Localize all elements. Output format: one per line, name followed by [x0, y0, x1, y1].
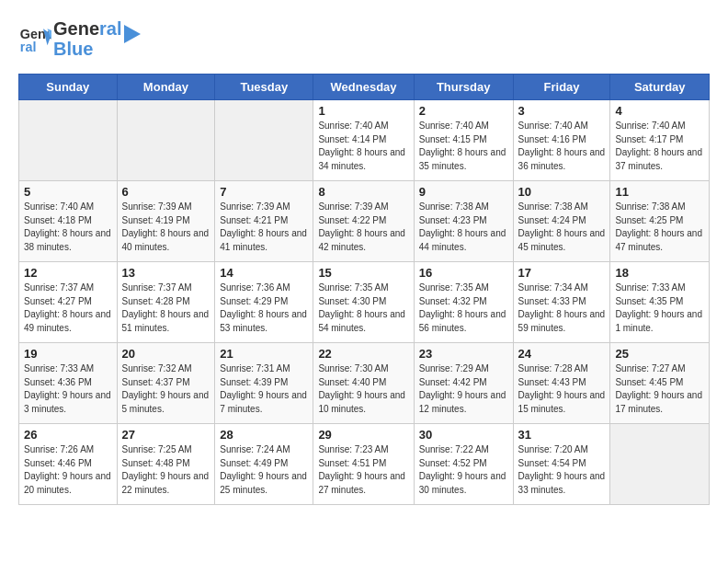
- day-number: 21: [220, 347, 308, 361]
- day-cell: 30Sunrise: 7:22 AM Sunset: 4:52 PM Dayli…: [414, 424, 513, 505]
- day-info: Sunrise: 7:20 AM Sunset: 4:54 PM Dayligh…: [518, 443, 606, 497]
- day-cell: 18Sunrise: 7:33 AM Sunset: 4:35 PM Dayli…: [610, 262, 710, 343]
- day-number: 2: [419, 104, 508, 118]
- day-number: 18: [615, 266, 704, 280]
- day-info: Sunrise: 7:37 AM Sunset: 4:28 PM Dayligh…: [122, 282, 210, 335]
- day-number: 26: [24, 428, 112, 442]
- weekday-header-tuesday: Tuesday: [215, 75, 313, 100]
- day-cell: 19Sunrise: 7:33 AM Sunset: 4:36 PM Dayli…: [19, 343, 118, 424]
- day-info: Sunrise: 7:30 AM Sunset: 4:40 PM Dayligh…: [318, 362, 408, 416]
- day-cell: 9Sunrise: 7:38 AM Sunset: 4:23 PM Daylig…: [414, 181, 513, 262]
- day-info: Sunrise: 7:22 AM Sunset: 4:52 PM Dayligh…: [419, 443, 508, 497]
- day-cell: 22Sunrise: 7:30 AM Sunset: 4:40 PM Dayli…: [313, 343, 414, 424]
- day-number: 27: [122, 428, 210, 442]
- week-row-5: 26Sunrise: 7:26 AM Sunset: 4:46 PM Dayli…: [19, 424, 710, 505]
- day-cell: 14Sunrise: 7:36 AM Sunset: 4:29 PM Dayli…: [215, 262, 313, 343]
- day-info: Sunrise: 7:35 AM Sunset: 4:30 PM Dayligh…: [318, 282, 408, 335]
- day-number: 29: [318, 428, 408, 442]
- day-info: Sunrise: 7:34 AM Sunset: 4:33 PM Dayligh…: [518, 282, 606, 335]
- day-number: 13: [122, 266, 210, 280]
- day-cell: 12Sunrise: 7:37 AM Sunset: 4:27 PM Dayli…: [19, 262, 118, 343]
- day-cell: [215, 100, 313, 181]
- weekday-header-wednesday: Wednesday: [313, 75, 414, 100]
- day-info: Sunrise: 7:39 AM Sunset: 4:21 PM Dayligh…: [220, 201, 308, 254]
- day-cell: 6Sunrise: 7:39 AM Sunset: 4:19 PM Daylig…: [117, 181, 215, 262]
- day-cell: 27Sunrise: 7:25 AM Sunset: 4:48 PM Dayli…: [117, 424, 215, 505]
- logo-icon: Gene ral: [18, 22, 51, 55]
- day-info: Sunrise: 7:29 AM Sunset: 4:42 PM Dayligh…: [419, 362, 508, 416]
- weekday-header-saturday: Saturday: [610, 75, 710, 100]
- day-info: Sunrise: 7:38 AM Sunset: 4:23 PM Dayligh…: [419, 201, 508, 254]
- week-row-1: 1Sunrise: 7:40 AM Sunset: 4:14 PM Daylig…: [19, 100, 710, 181]
- svg-marker-4: [124, 25, 141, 43]
- weekday-header-thursday: Thursday: [414, 75, 513, 100]
- day-info: Sunrise: 7:36 AM Sunset: 4:29 PM Dayligh…: [220, 282, 308, 335]
- day-number: 31: [518, 428, 606, 442]
- day-number: 4: [615, 104, 704, 118]
- day-cell: 25Sunrise: 7:27 AM Sunset: 4:45 PM Dayli…: [610, 343, 710, 424]
- day-info: Sunrise: 7:40 AM Sunset: 4:14 PM Dayligh…: [318, 120, 408, 173]
- weekday-header-monday: Monday: [117, 75, 215, 100]
- day-number: 23: [419, 347, 508, 361]
- week-row-2: 5Sunrise: 7:40 AM Sunset: 4:18 PM Daylig…: [19, 181, 710, 262]
- day-number: 24: [518, 347, 606, 361]
- day-number: 7: [220, 185, 308, 199]
- day-cell: 15Sunrise: 7:35 AM Sunset: 4:30 PM Dayli…: [313, 262, 414, 343]
- day-cell: [610, 424, 710, 505]
- page-header: Gene ral General Blue: [18, 18, 710, 59]
- day-info: Sunrise: 7:35 AM Sunset: 4:32 PM Dayligh…: [419, 282, 508, 335]
- day-info: Sunrise: 7:40 AM Sunset: 4:16 PM Dayligh…: [518, 120, 606, 173]
- day-number: 8: [318, 185, 408, 199]
- day-number: 10: [518, 185, 606, 199]
- day-cell: 8Sunrise: 7:39 AM Sunset: 4:22 PM Daylig…: [313, 181, 414, 262]
- day-number: 19: [24, 347, 112, 361]
- day-cell: 11Sunrise: 7:38 AM Sunset: 4:25 PM Dayli…: [610, 181, 710, 262]
- day-number: 12: [24, 266, 112, 280]
- day-cell: [117, 100, 215, 181]
- logo-text-line2: Blue: [53, 39, 122, 59]
- logo-arrow-icon: [115, 20, 142, 48]
- day-info: Sunrise: 7:31 AM Sunset: 4:39 PM Dayligh…: [220, 362, 308, 416]
- day-info: Sunrise: 7:39 AM Sunset: 4:22 PM Dayligh…: [318, 201, 408, 254]
- day-info: Sunrise: 7:26 AM Sunset: 4:46 PM Dayligh…: [24, 443, 112, 497]
- day-cell: 28Sunrise: 7:24 AM Sunset: 4:49 PM Dayli…: [215, 424, 313, 505]
- day-cell: 23Sunrise: 7:29 AM Sunset: 4:42 PM Dayli…: [414, 343, 513, 424]
- week-row-3: 12Sunrise: 7:37 AM Sunset: 4:27 PM Dayli…: [19, 262, 710, 343]
- day-number: 3: [518, 104, 606, 118]
- day-number: 30: [419, 428, 508, 442]
- day-info: Sunrise: 7:38 AM Sunset: 4:24 PM Dayligh…: [518, 201, 606, 254]
- day-info: Sunrise: 7:40 AM Sunset: 4:17 PM Dayligh…: [615, 120, 704, 173]
- day-cell: 7Sunrise: 7:39 AM Sunset: 4:21 PM Daylig…: [215, 181, 313, 262]
- day-cell: 2Sunrise: 7:40 AM Sunset: 4:15 PM Daylig…: [414, 100, 513, 181]
- day-number: 5: [24, 185, 112, 199]
- week-row-4: 19Sunrise: 7:33 AM Sunset: 4:36 PM Dayli…: [19, 343, 710, 424]
- day-cell: 1Sunrise: 7:40 AM Sunset: 4:14 PM Daylig…: [313, 100, 414, 181]
- day-number: 15: [318, 266, 408, 280]
- day-info: Sunrise: 7:24 AM Sunset: 4:49 PM Dayligh…: [220, 443, 308, 497]
- day-number: 1: [318, 104, 408, 118]
- day-cell: 16Sunrise: 7:35 AM Sunset: 4:32 PM Dayli…: [414, 262, 513, 343]
- day-number: 16: [419, 266, 508, 280]
- day-cell: 26Sunrise: 7:26 AM Sunset: 4:46 PM Dayli…: [19, 424, 118, 505]
- day-number: 6: [122, 185, 210, 199]
- day-cell: 10Sunrise: 7:38 AM Sunset: 4:24 PM Dayli…: [513, 181, 610, 262]
- day-number: 25: [615, 347, 704, 361]
- day-cell: 24Sunrise: 7:28 AM Sunset: 4:43 PM Dayli…: [513, 343, 610, 424]
- day-info: Sunrise: 7:37 AM Sunset: 4:27 PM Dayligh…: [24, 282, 112, 335]
- day-cell: 13Sunrise: 7:37 AM Sunset: 4:28 PM Dayli…: [117, 262, 215, 343]
- day-number: 28: [220, 428, 308, 442]
- logo: Gene ral General Blue: [18, 18, 142, 59]
- calendar-body: 1Sunrise: 7:40 AM Sunset: 4:14 PM Daylig…: [19, 100, 710, 505]
- svg-text:ral: ral: [20, 40, 37, 54]
- day-info: Sunrise: 7:25 AM Sunset: 4:48 PM Dayligh…: [122, 443, 210, 497]
- day-info: Sunrise: 7:23 AM Sunset: 4:51 PM Dayligh…: [318, 443, 408, 497]
- logo-text-line1: General: [53, 18, 122, 39]
- calendar-table: SundayMondayTuesdayWednesdayThursdayFrid…: [18, 74, 710, 505]
- day-number: 20: [122, 347, 210, 361]
- day-cell: 20Sunrise: 7:32 AM Sunset: 4:37 PM Dayli…: [117, 343, 215, 424]
- day-info: Sunrise: 7:38 AM Sunset: 4:25 PM Dayligh…: [615, 201, 704, 254]
- day-cell: 21Sunrise: 7:31 AM Sunset: 4:39 PM Dayli…: [215, 343, 313, 424]
- day-info: Sunrise: 7:33 AM Sunset: 4:35 PM Dayligh…: [615, 282, 704, 335]
- day-cell: 29Sunrise: 7:23 AM Sunset: 4:51 PM Dayli…: [313, 424, 414, 505]
- day-number: 22: [318, 347, 408, 361]
